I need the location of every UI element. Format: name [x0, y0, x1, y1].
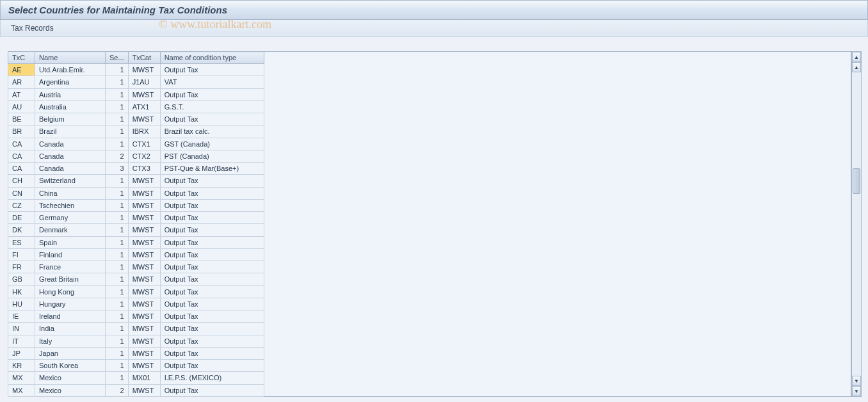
cell-txcat[interactable]: CTX1: [128, 138, 160, 150]
cell-condname[interactable]: Output Tax: [160, 187, 264, 199]
cell-txc[interactable]: HU: [8, 298, 35, 310]
cell-condname[interactable]: PST-Que & Mar(Base+): [160, 163, 264, 175]
cell-se[interactable]: 1: [106, 285, 129, 298]
cell-txc[interactable]: CH: [8, 175, 35, 187]
cell-txc[interactable]: CZ: [8, 199, 35, 211]
table-row[interactable]: DKDenmark1MWSTOutput Tax: [8, 224, 264, 236]
cell-condname[interactable]: Output Tax: [160, 88, 264, 100]
cell-se[interactable]: 1: [106, 187, 129, 199]
table-row[interactable]: HUHungary1MWSTOutput Tax: [8, 298, 264, 310]
table-row[interactable]: HKHong Kong1MWSTOutput Tax: [8, 285, 264, 298]
table-row[interactable]: IEIreland1MWSTOutput Tax: [8, 310, 264, 323]
cell-txcat[interactable]: MWST: [128, 323, 160, 335]
cell-name[interactable]: Canada: [35, 150, 106, 162]
cell-txc[interactable]: CN: [8, 187, 35, 199]
cell-se[interactable]: 1: [106, 76, 129, 88]
table-row[interactable]: ATAustria1MWSTOutput Tax: [8, 88, 264, 100]
cell-txc[interactable]: CA: [8, 163, 35, 175]
cell-txcat[interactable]: MWST: [128, 248, 160, 261]
scroll-up-button-2[interactable]: ▲: [852, 62, 861, 72]
cell-se[interactable]: 1: [106, 236, 129, 248]
cell-condname[interactable]: Output Tax: [160, 224, 264, 236]
cell-txcat[interactable]: MWST: [128, 64, 160, 76]
col-header-se[interactable]: Se...: [106, 52, 129, 64]
cell-condname[interactable]: Output Tax: [160, 335, 264, 347]
cell-condname[interactable]: Brazil tax calc.: [160, 125, 264, 138]
cell-name[interactable]: South Korea: [35, 360, 106, 372]
cell-se[interactable]: 3: [106, 163, 129, 175]
cell-name[interactable]: Brazil: [35, 125, 106, 138]
cell-se[interactable]: 1: [106, 261, 129, 273]
cell-name[interactable]: Canada: [35, 138, 106, 150]
col-header-name[interactable]: Name: [35, 52, 106, 64]
cell-se[interactable]: 1: [106, 113, 129, 125]
table-row[interactable]: ITItaly1MWSTOutput Tax: [8, 335, 264, 347]
table-row[interactable]: ESSpain1MWSTOutput Tax: [8, 236, 264, 248]
cell-txcat[interactable]: MWST: [128, 199, 160, 211]
cell-condname[interactable]: Output Tax: [160, 261, 264, 273]
table-row[interactable]: FIFinland1MWSTOutput Tax: [8, 248, 264, 261]
cell-name[interactable]: France: [35, 261, 106, 273]
cell-se[interactable]: 1: [106, 88, 129, 100]
cell-txc[interactable]: MX: [8, 372, 35, 384]
cell-txcat[interactable]: MWST: [128, 384, 160, 397]
cell-se[interactable]: 1: [106, 199, 129, 211]
cell-name[interactable]: Tschechien: [35, 199, 106, 211]
cell-name[interactable]: Ireland: [35, 310, 106, 323]
scroll-down-button[interactable]: ▼: [852, 386, 861, 396]
cell-se[interactable]: 1: [106, 125, 129, 138]
cell-txc[interactable]: BR: [8, 125, 35, 138]
cell-condname[interactable]: Output Tax: [160, 212, 264, 224]
cell-name[interactable]: India: [35, 323, 106, 335]
cell-txcat[interactable]: MWST: [128, 285, 160, 298]
cell-se[interactable]: 1: [106, 64, 129, 76]
cell-txc[interactable]: IT: [8, 335, 35, 347]
cell-txcat[interactable]: MWST: [128, 360, 160, 372]
table-row[interactable]: GBGreat Britain1MWSTOutput Tax: [8, 273, 264, 285]
cell-se[interactable]: 1: [106, 273, 129, 285]
cell-condname[interactable]: Output Tax: [160, 248, 264, 261]
cell-txc[interactable]: AR: [8, 76, 35, 88]
col-header-txcat[interactable]: TxCat: [128, 52, 160, 64]
cell-se[interactable]: 1: [106, 175, 129, 187]
scroll-thumb[interactable]: [853, 168, 860, 194]
cell-txc[interactable]: GB: [8, 273, 35, 285]
cell-txc[interactable]: ES: [8, 236, 35, 248]
cell-se[interactable]: 1: [106, 347, 129, 359]
cell-txc[interactable]: MX: [8, 384, 35, 397]
cell-name[interactable]: Spain: [35, 236, 106, 248]
cell-txcat[interactable]: MWST: [128, 335, 160, 347]
cell-txc[interactable]: IE: [8, 310, 35, 323]
table-row[interactable]: BRBrazil1IBRXBrazil tax calc.: [8, 125, 264, 138]
cell-se[interactable]: 1: [106, 298, 129, 310]
cell-condname[interactable]: Output Tax: [160, 310, 264, 323]
cell-se[interactable]: 1: [106, 224, 129, 236]
cell-name[interactable]: Canada: [35, 163, 106, 175]
cell-txc[interactable]: KR: [8, 360, 35, 372]
cell-txcat[interactable]: MWST: [128, 261, 160, 273]
countries-table[interactable]: TxC Name Se... TxCat Name of condition t…: [8, 51, 264, 397]
cell-txcat[interactable]: MWST: [128, 113, 160, 125]
cell-txcat[interactable]: MWST: [128, 347, 160, 359]
table-row[interactable]: DEGermany1MWSTOutput Tax: [8, 212, 264, 224]
scroll-down-button-2[interactable]: ▼: [852, 376, 861, 386]
cell-txcat[interactable]: MWST: [128, 212, 160, 224]
cell-txcat[interactable]: MWST: [128, 224, 160, 236]
cell-txcat[interactable]: MWST: [128, 273, 160, 285]
cell-name[interactable]: Belgium: [35, 113, 106, 125]
cell-se[interactable]: 1: [106, 212, 129, 224]
cell-name[interactable]: Hong Kong: [35, 285, 106, 298]
cell-txc[interactable]: FI: [8, 248, 35, 261]
cell-se[interactable]: 1: [106, 310, 129, 323]
cell-txcat[interactable]: MWST: [128, 310, 160, 323]
cell-txcat[interactable]: MWST: [128, 88, 160, 100]
cell-txc[interactable]: IN: [8, 323, 35, 335]
cell-se[interactable]: 1: [106, 323, 129, 335]
cell-txc[interactable]: CA: [8, 138, 35, 150]
menu-item-tax-records[interactable]: Tax Records: [11, 24, 54, 33]
cell-name[interactable]: Australia: [35, 100, 106, 113]
cell-txc[interactable]: DK: [8, 224, 35, 236]
table-row[interactable]: MXMexico2MWSTOutput Tax: [8, 384, 264, 397]
cell-txc[interactable]: AT: [8, 88, 35, 100]
table-row[interactable]: CACanada1CTX1GST (Canada): [8, 138, 264, 150]
